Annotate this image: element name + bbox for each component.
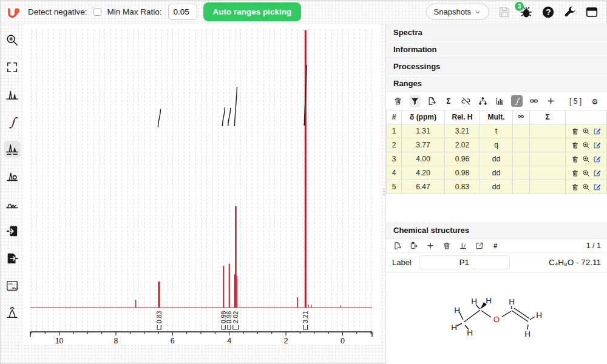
zone-picking-tool[interactable] [4,168,21,185]
peak-picking-tool[interactable] [4,86,21,103]
zoom-in-tool[interactable] [4,32,21,49]
row-zoom-in-button[interactable] [582,127,590,135]
structure-predict-button[interactable] [458,240,469,251]
table-cell: 4 [387,166,402,180]
full-zoom-out-icon [5,61,19,74]
sigma-button[interactable]: Σ [443,95,455,107]
row-edit-button[interactable] [593,141,601,149]
table-row[interactable]: 34.000.96dd [387,152,607,166]
row-trash-button[interactable] [571,183,579,191]
ranges-settings-button[interactable]: ⚙ [589,95,601,107]
row-trash-button[interactable] [571,169,579,177]
row-actions-cell [566,138,607,152]
min-max-ratio-input[interactable] [168,4,197,20]
chevron-down-icon [474,8,481,16]
row-zoom-in-button[interactable] [582,141,590,149]
row-edit-button[interactable] [593,183,601,191]
trash-icon [571,169,579,177]
table-cell [529,166,565,180]
hydrogen-atom-label: H [454,306,460,315]
tree-icon [478,96,487,106]
edit-icon [593,155,601,163]
auto-ranges-picking-button[interactable]: Auto ranges picking [203,2,302,21]
logo-icon [6,4,22,20]
column-header: Mult. [480,110,512,124]
accordion-spectra[interactable]: Spectra [386,24,607,41]
chart-button[interactable] [494,95,506,107]
oxygen-atom-label: O [493,315,500,324]
import-tool[interactable] [4,223,21,240]
structure-external-link-button[interactable] [474,240,485,251]
table-cell: 0.96 [444,152,480,166]
range-picking-tool[interactable] [4,141,21,158]
molecule-drawing[interactable]: HHHHHOHHH [386,272,607,363]
accordion-processings[interactable]: Processings [386,58,607,75]
structure-trash-button[interactable] [441,240,452,251]
tree-button[interactable] [477,95,489,107]
export-tool[interactable] [4,250,21,267]
table-cell: dd [480,152,512,166]
plus-button[interactable] [545,95,557,107]
export-icon [5,252,19,265]
row-trash-button[interactable] [571,141,579,149]
row-edit-button[interactable] [593,127,601,135]
table-row[interactable]: 11.313.21t [387,124,607,138]
structure-paste-button[interactable] [409,240,419,251]
table-cell: 3.21 [444,124,480,138]
chemical-structures-toolbar: #1 / 1 [386,239,607,253]
accordion-information[interactable]: Information [386,41,607,58]
table-cell [529,138,565,152]
zoom-in-icon [582,169,590,177]
row-zoom-in-button[interactable] [582,183,590,191]
accordion-ranges[interactable]: Ranges [386,75,607,92]
integral-sum-button[interactable]: ∫ [511,95,523,107]
snapshots-button[interactable]: Snapshots [426,4,489,20]
baseline-correction-tool[interactable] [4,195,21,212]
bug-button[interactable]: 3 [520,5,533,19]
row-zoom-in-button[interactable] [582,169,590,177]
table-row[interactable]: 23.772.02q [387,138,607,152]
spectrum-plot[interactable]: 10864200.830.980.962.023.21 [24,24,379,345]
filter-button[interactable] [409,95,421,107]
detect-negative-checkbox[interactable] [93,8,101,16]
apodization-tool[interactable] [4,305,21,322]
integral-tool-tool[interactable]: ∫ [4,113,21,130]
unlink-button[interactable] [460,95,472,107]
full-zoom-out-tool[interactable] [4,59,21,76]
row-trash-button[interactable] [571,127,579,135]
structure-file-export-button[interactable] [392,240,403,251]
structure-plus-button[interactable] [425,240,436,251]
zoom-in-icon [582,155,590,163]
nmrium-logo[interactable] [6,4,22,20]
table-cell: 1.31 [402,124,445,138]
structure-label-input[interactable] [419,255,510,269]
trash-button[interactable] [392,95,404,107]
save-button [498,5,511,19]
file-export-button[interactable] [426,95,438,107]
accordion-chemical-structures[interactable]: Chemical structures [386,222,607,239]
integral-sum-icon: ∫ [512,96,521,106]
wrench-button[interactable] [563,5,577,19]
im-re-tool[interactable]: Im→→Re [4,277,21,294]
row-edit-button[interactable] [593,155,601,163]
row-edit-button[interactable] [593,169,601,177]
structure-hash-button[interactable]: # [490,240,501,251]
zoom-in-icon [582,183,590,191]
panel-splitter[interactable]: ⋮ [379,24,385,364]
row-zoom-in-button[interactable] [582,155,590,163]
column-header [566,110,607,124]
row-trash-button[interactable] [571,155,579,163]
window-button[interactable] [585,5,599,19]
svg-text:#: # [493,242,497,249]
ranges-count: [ 5 ] [569,97,582,106]
snapshots-label: Snapshots [434,7,471,16]
plus-icon [426,241,435,250]
row-actions-cell [566,152,607,166]
edit-icon [593,127,601,135]
svg-text:4: 4 [227,337,231,345]
table-row[interactable]: 44.200.98dd [387,166,607,180]
help-button[interactable]: ? [541,5,555,19]
column-header: # [387,110,402,124]
link-button[interactable] [528,95,540,107]
table-row[interactable]: 56.470.83dd [387,180,607,194]
